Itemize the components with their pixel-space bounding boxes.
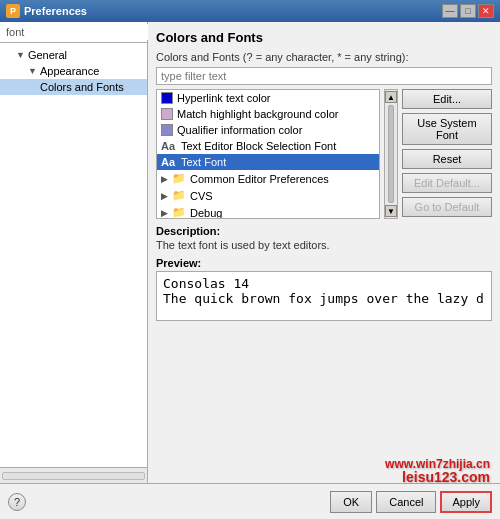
right-buttons: Edit... Use System Font Reset Edit Defau… xyxy=(402,89,492,219)
list-item-label: Text Font xyxy=(181,156,226,168)
preview-line1: Consolas 14 xyxy=(163,276,485,291)
color-swatch xyxy=(161,92,173,104)
title-bar: P Preferences — □ ✕ xyxy=(0,0,500,22)
apply-button[interactable]: Apply xyxy=(440,491,492,513)
left-panel: ✕ ▼ General ▼ Appearance Colors and Font… xyxy=(0,22,148,483)
expand-arrow-icon: ▶ xyxy=(161,191,168,201)
list-item-label: Match highlight background color xyxy=(177,108,338,120)
scroll-up-button[interactable]: ▲ xyxy=(385,91,397,103)
list-item-label: Text Editor Block Selection Font xyxy=(181,140,336,152)
preview-area: Preview: Consolas 14 The quick brown fox… xyxy=(156,257,492,475)
left-scrollbar xyxy=(0,467,147,483)
tree-area: ▼ General ▼ Appearance Colors and Fonts xyxy=(0,43,147,467)
filter-input[interactable] xyxy=(156,67,492,85)
list-item-match-highlight[interactable]: Match highlight background color xyxy=(157,106,379,122)
color-swatch xyxy=(161,108,173,120)
maximize-button[interactable]: □ xyxy=(460,4,476,18)
list-item-cvs[interactable]: ▶ 📁 CVS xyxy=(157,187,379,204)
tree-item-label: General xyxy=(28,49,67,61)
right-panel: Colors and Fonts Colors and Fonts (? = a… xyxy=(148,22,500,483)
search-bar: ✕ xyxy=(0,22,147,43)
section-title: Colors and Fonts xyxy=(156,30,492,45)
scroll-thumb[interactable] xyxy=(388,105,394,203)
reset-button[interactable]: Reset xyxy=(402,149,492,169)
colors-list-container: Hyperlink text color Match highlight bac… xyxy=(156,89,492,219)
title-bar-left: P Preferences xyxy=(6,4,87,18)
edit-button[interactable]: Edit... xyxy=(402,89,492,109)
list-item-common-editor[interactable]: ▶ 📁 Common Editor Preferences xyxy=(157,170,379,187)
arrow-icon: ▼ xyxy=(16,50,25,60)
list-item-label: CVS xyxy=(190,190,213,202)
bottom-bar: ? OK Cancel Apply xyxy=(0,483,500,519)
expand-arrow-icon: ▶ xyxy=(161,174,168,184)
preview-label: Preview: xyxy=(156,257,492,269)
colors-list: Hyperlink text color Match highlight bac… xyxy=(156,89,380,219)
tree-item-general[interactable]: ▼ General xyxy=(0,47,147,63)
minimize-button[interactable]: — xyxy=(442,4,458,18)
list-item-text-block[interactable]: Aa Text Editor Block Selection Font xyxy=(157,138,379,154)
preview-line2: The quick brown fox jumps over the lazy … xyxy=(163,291,485,306)
list-item-hyperlink[interactable]: Hyperlink text color xyxy=(157,90,379,106)
ok-button[interactable]: OK xyxy=(330,491,372,513)
help-button[interactable]: ? xyxy=(8,493,26,511)
folder-icon: 📁 xyxy=(172,189,186,202)
bottom-left: ? xyxy=(8,493,26,511)
folder-icon: 📁 xyxy=(172,172,186,185)
list-item-label: Common Editor Preferences xyxy=(190,173,329,185)
list-item-text-font[interactable]: Aa Text Font xyxy=(157,154,379,170)
color-swatch xyxy=(161,124,173,136)
search-input[interactable] xyxy=(2,24,148,40)
list-item-label: Debug xyxy=(190,207,222,219)
bottom-right: OK Cancel Apply xyxy=(330,491,492,513)
list-item-qualifier[interactable]: Qualifier information color xyxy=(157,122,379,138)
tree-item-colors-fonts[interactable]: Colors and Fonts xyxy=(0,79,147,95)
list-item-label: Qualifier information color xyxy=(177,124,302,136)
preview-box: Consolas 14 The quick brown fox jumps ov… xyxy=(156,271,492,321)
aa-icon: Aa xyxy=(161,140,177,152)
tree-item-label: Colors and Fonts xyxy=(40,81,124,93)
list-item-debug[interactable]: ▶ 📁 Debug xyxy=(157,204,379,219)
go-to-default-button: Go to Default xyxy=(402,197,492,217)
list-item-label: Hyperlink text color xyxy=(177,92,271,104)
description-area: Description: The text font is used by te… xyxy=(156,225,492,251)
tree-item-label: Appearance xyxy=(40,65,99,77)
folder-icon: 📁 xyxy=(172,206,186,219)
cancel-button[interactable]: Cancel xyxy=(376,491,436,513)
scroll-down-button[interactable]: ▼ xyxy=(385,205,397,217)
title-controls[interactable]: — □ ✕ xyxy=(442,4,494,18)
description-label: Description: xyxy=(156,225,492,237)
window-title: Preferences xyxy=(24,5,87,17)
tree-item-appearance[interactable]: ▼ Appearance xyxy=(0,63,147,79)
arrow-icon: ▼ xyxy=(28,66,37,76)
description-text: The text font is used by text editors. xyxy=(156,239,492,251)
app-icon: P xyxy=(6,4,20,18)
close-button[interactable]: ✕ xyxy=(478,4,494,18)
use-system-font-button[interactable]: Use System Font xyxy=(402,113,492,145)
main-container: ✕ ▼ General ▼ Appearance Colors and Font… xyxy=(0,22,500,483)
list-scrollbar: ▲ ▼ xyxy=(384,89,398,219)
aa-icon: Aa xyxy=(161,156,177,168)
section-subtitle: Colors and Fonts (? = any character, * =… xyxy=(156,51,492,63)
expand-arrow-icon: ▶ xyxy=(161,208,168,218)
edit-default-button: Edit Default... xyxy=(402,173,492,193)
scrollbar-track[interactable] xyxy=(2,472,145,480)
